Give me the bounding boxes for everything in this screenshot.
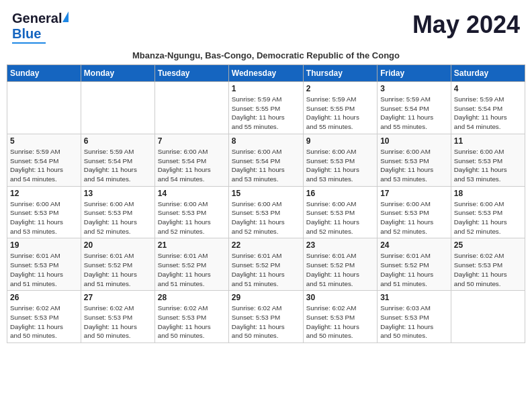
day-number: 21 (158, 240, 226, 250)
day-info: Sunrise: 6:00 AM Sunset: 5:53 PM Dayligh… (454, 199, 522, 236)
day-number: 22 (232, 240, 300, 250)
calendar-day-cell: 12Sunrise: 6:00 AM Sunset: 5:53 PM Dayli… (7, 186, 81, 238)
day-number: 5 (10, 136, 78, 146)
day-number: 23 (306, 240, 374, 250)
day-info: Sunrise: 6:02 AM Sunset: 5:53 PM Dayligh… (232, 304, 300, 340)
calendar-day-cell: 4Sunrise: 5:59 AM Sunset: 5:54 PM Daylig… (451, 82, 525, 134)
calendar-day-header: Monday (81, 65, 154, 82)
day-number: 4 (454, 84, 522, 93)
day-info: Sunrise: 6:02 AM Sunset: 5:53 PM Dayligh… (158, 304, 226, 340)
logo-triangle-icon (62, 11, 69, 22)
day-number: 26 (10, 293, 78, 302)
calendar-day-cell: 9Sunrise: 6:00 AM Sunset: 5:53 PM Daylig… (303, 134, 377, 186)
day-info: Sunrise: 6:01 AM Sunset: 5:53 PM Dayligh… (10, 251, 78, 288)
day-number: 14 (158, 189, 226, 198)
day-number: 25 (454, 240, 522, 250)
calendar-day-cell: 5Sunrise: 5:59 AM Sunset: 5:54 PM Daylig… (7, 134, 81, 186)
day-info: Sunrise: 6:00 AM Sunset: 5:53 PM Dayligh… (306, 147, 374, 184)
calendar-day-cell: 8Sunrise: 6:00 AM Sunset: 5:54 PM Daylig… (228, 134, 303, 186)
day-number: 27 (84, 293, 152, 302)
calendar-day-cell: 31Sunrise: 6:03 AM Sunset: 5:53 PM Dayli… (378, 291, 451, 343)
day-number: 8 (232, 136, 300, 146)
day-info: Sunrise: 6:03 AM Sunset: 5:53 PM Dayligh… (380, 304, 448, 340)
calendar-day-cell: 14Sunrise: 6:00 AM Sunset: 5:53 PM Dayli… (154, 186, 228, 238)
day-number: 2 (306, 84, 374, 93)
day-number: 9 (306, 136, 374, 146)
calendar-day-cell (81, 82, 154, 134)
page-subtitle: Mbanza-Ngungu, Bas-Congo, Democratic Rep… (7, 50, 525, 60)
day-info: Sunrise: 6:01 AM Sunset: 5:52 PM Dayligh… (380, 251, 448, 288)
day-number: 6 (84, 136, 152, 146)
calendar-header-row: SundayMondayTuesdayWednesdayThursdayFrid… (7, 65, 525, 82)
logo-blue: Blue (12, 26, 41, 42)
day-info: Sunrise: 6:01 AM Sunset: 5:52 PM Dayligh… (306, 251, 374, 288)
day-info: Sunrise: 6:02 AM Sunset: 5:53 PM Dayligh… (10, 304, 78, 340)
day-info: Sunrise: 6:02 AM Sunset: 5:53 PM Dayligh… (84, 304, 152, 340)
calendar-day-cell: 19Sunrise: 6:01 AM Sunset: 5:53 PM Dayli… (7, 238, 81, 291)
day-number: 24 (380, 240, 448, 250)
day-number: 16 (306, 189, 374, 198)
calendar-day-cell: 2Sunrise: 5:59 AM Sunset: 5:55 PM Daylig… (303, 82, 377, 134)
calendar-day-cell: 1Sunrise: 5:59 AM Sunset: 5:55 PM Daylig… (228, 82, 303, 134)
calendar-day-cell: 24Sunrise: 6:01 AM Sunset: 5:52 PM Dayli… (378, 238, 451, 291)
logo-general: General (12, 11, 62, 26)
day-info: Sunrise: 5:59 AM Sunset: 5:55 PM Dayligh… (306, 95, 374, 132)
day-number: 20 (84, 240, 152, 250)
calendar-day-cell (451, 291, 525, 343)
day-info: Sunrise: 6:00 AM Sunset: 5:53 PM Dayligh… (454, 147, 522, 184)
day-info: Sunrise: 6:00 AM Sunset: 5:53 PM Dayligh… (380, 147, 448, 184)
day-number: 12 (10, 189, 78, 198)
calendar-week-row: 12Sunrise: 6:00 AM Sunset: 5:53 PM Dayli… (7, 186, 525, 238)
calendar-day-cell (7, 82, 81, 134)
day-number: 13 (84, 189, 152, 198)
day-info: Sunrise: 5:59 AM Sunset: 5:54 PM Dayligh… (10, 147, 78, 184)
calendar-day-cell: 22Sunrise: 6:01 AM Sunset: 5:52 PM Dayli… (228, 238, 303, 291)
calendar-day-header: Tuesday (154, 65, 228, 82)
day-number: 31 (380, 293, 448, 302)
calendar-day-header: Saturday (451, 65, 525, 82)
calendar-day-cell: 6Sunrise: 5:59 AM Sunset: 5:54 PM Daylig… (81, 134, 154, 186)
day-info: Sunrise: 6:00 AM Sunset: 5:53 PM Dayligh… (232, 199, 300, 236)
day-number: 29 (232, 293, 300, 302)
day-info: Sunrise: 5:59 AM Sunset: 5:54 PM Dayligh… (454, 95, 522, 132)
day-info: Sunrise: 6:00 AM Sunset: 5:53 PM Dayligh… (10, 199, 78, 236)
day-number: 11 (454, 136, 522, 146)
calendar-day-cell: 25Sunrise: 6:02 AM Sunset: 5:53 PM Dayli… (451, 238, 525, 291)
calendar-table: SundayMondayTuesdayWednesdayThursdayFrid… (7, 64, 525, 343)
calendar-week-row: 19Sunrise: 6:01 AM Sunset: 5:53 PM Dayli… (7, 238, 525, 291)
calendar-week-row: 1Sunrise: 5:59 AM Sunset: 5:55 PM Daylig… (7, 82, 525, 134)
month-title: May 2024 (412, 11, 520, 39)
day-info: Sunrise: 6:00 AM Sunset: 5:54 PM Dayligh… (232, 147, 300, 184)
day-number: 15 (232, 189, 300, 198)
day-number: 1 (232, 84, 300, 93)
day-info: Sunrise: 5:59 AM Sunset: 5:54 PM Dayligh… (380, 95, 448, 132)
day-info: Sunrise: 6:01 AM Sunset: 5:52 PM Dayligh… (158, 251, 226, 288)
day-info: Sunrise: 6:00 AM Sunset: 5:53 PM Dayligh… (380, 199, 448, 236)
day-info: Sunrise: 6:02 AM Sunset: 5:53 PM Dayligh… (454, 251, 522, 288)
calendar-day-cell: 28Sunrise: 6:02 AM Sunset: 5:53 PM Dayli… (154, 291, 228, 343)
calendar-day-cell: 11Sunrise: 6:00 AM Sunset: 5:53 PM Dayli… (451, 134, 525, 186)
calendar-day-cell: 13Sunrise: 6:00 AM Sunset: 5:53 PM Dayli… (81, 186, 154, 238)
calendar-day-cell: 27Sunrise: 6:02 AM Sunset: 5:53 PM Dayli… (81, 291, 154, 343)
day-info: Sunrise: 6:00 AM Sunset: 5:53 PM Dayligh… (306, 199, 374, 236)
day-number: 3 (380, 84, 448, 93)
day-number: 7 (158, 136, 226, 146)
calendar-day-cell: 7Sunrise: 6:00 AM Sunset: 5:54 PM Daylig… (154, 134, 228, 186)
calendar-day-header: Wednesday (228, 65, 303, 82)
calendar-body: 1Sunrise: 5:59 AM Sunset: 5:55 PM Daylig… (7, 82, 525, 343)
day-number: 10 (380, 136, 448, 146)
day-info: Sunrise: 6:02 AM Sunset: 5:53 PM Dayligh… (306, 304, 374, 340)
calendar-day-cell (154, 82, 228, 134)
calendar-day-cell: 10Sunrise: 6:00 AM Sunset: 5:53 PM Dayli… (378, 134, 451, 186)
calendar-day-cell: 16Sunrise: 6:00 AM Sunset: 5:53 PM Dayli… (303, 186, 377, 238)
calendar-day-cell: 29Sunrise: 6:02 AM Sunset: 5:53 PM Dayli… (228, 291, 303, 343)
calendar-day-cell: 3Sunrise: 5:59 AM Sunset: 5:54 PM Daylig… (378, 82, 451, 134)
calendar-day-cell: 15Sunrise: 6:00 AM Sunset: 5:53 PM Dayli… (228, 186, 303, 238)
calendar-day-header: Friday (378, 65, 451, 82)
day-number: 18 (454, 189, 522, 198)
calendar-day-cell: 26Sunrise: 6:02 AM Sunset: 5:53 PM Dayli… (7, 291, 81, 343)
day-number: 30 (306, 293, 374, 302)
calendar-day-header: Sunday (7, 65, 81, 82)
calendar-day-cell: 18Sunrise: 6:00 AM Sunset: 5:53 PM Dayli… (451, 186, 525, 238)
logo: General Blue (12, 11, 69, 44)
